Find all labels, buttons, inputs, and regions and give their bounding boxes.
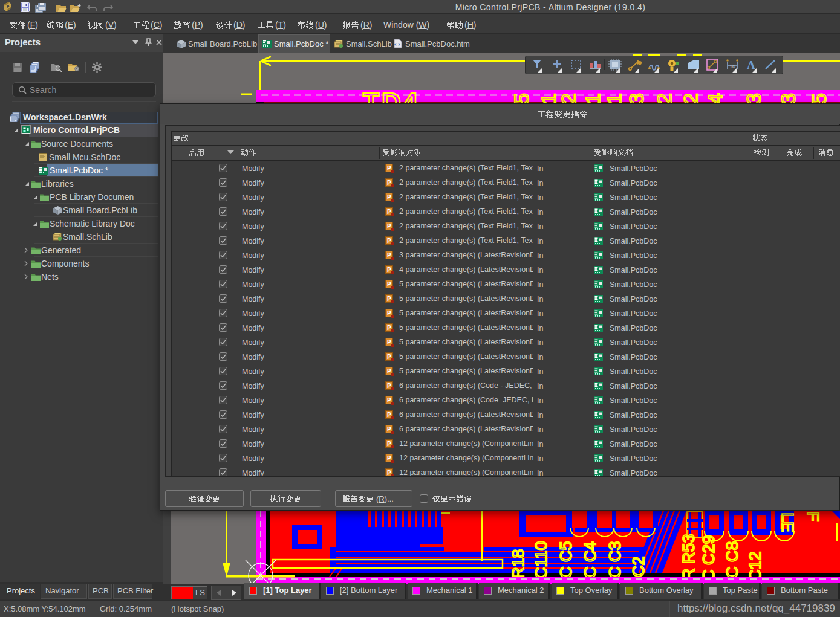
svg-text:C C3: C C3 xyxy=(606,541,624,578)
svg-text:1: 1 xyxy=(602,93,625,103)
svg-text:P: P xyxy=(387,339,391,346)
svg-text:5: 5 xyxy=(807,93,830,103)
svg-text:2: 2 xyxy=(653,93,676,103)
svg-text:A: A xyxy=(747,59,755,71)
svg-text:4: 4 xyxy=(703,93,726,103)
svg-text:P: P xyxy=(387,208,391,215)
svg-text:P: P xyxy=(387,237,391,244)
svg-text:P: P xyxy=(387,426,391,433)
svg-text:P: P xyxy=(387,296,391,302)
svg-text:C2: C2 xyxy=(630,556,648,577)
svg-text:C C4: C C4 xyxy=(581,541,599,578)
svg-text:P: P xyxy=(387,368,391,375)
svg-text:R R53: R R53 xyxy=(680,534,698,580)
svg-text:3: 3 xyxy=(742,93,765,103)
svg-text:2: 2 xyxy=(679,93,702,103)
svg-text:P: P xyxy=(387,179,391,186)
svg-text:P: P xyxy=(387,223,391,230)
svg-text:C C29: C C29 xyxy=(700,535,718,581)
svg-text:P: P xyxy=(387,165,391,172)
svg-text:P: P xyxy=(387,194,391,201)
svg-text:P: P xyxy=(387,252,391,259)
svg-text:3: 3 xyxy=(777,93,799,103)
svg-text:C110: C110 xyxy=(532,541,550,579)
svg-text:P: P xyxy=(387,470,391,476)
svg-text:P: P xyxy=(387,310,391,317)
svg-text:LE: LE xyxy=(778,512,796,532)
svg-text:P: P xyxy=(387,325,391,331)
svg-text:C C8: C C8 xyxy=(723,541,741,578)
svg-text:TD4: TD4 xyxy=(363,88,420,103)
svg-text:P: P xyxy=(387,412,391,418)
svg-text:F: F xyxy=(804,511,822,522)
svg-text:3: 3 xyxy=(625,93,648,103)
svg-text:5: 5 xyxy=(510,93,533,103)
svg-text:2: 2 xyxy=(557,93,580,103)
svg-text:C C5: C C5 xyxy=(557,541,575,578)
svg-text:P: P xyxy=(387,267,391,273)
svg-text:P: P xyxy=(387,397,391,404)
svg-text:P: P xyxy=(387,383,391,389)
svg-text:P: P xyxy=(387,354,391,360)
svg-text:10: 10 xyxy=(729,63,735,69)
svg-text:P: P xyxy=(387,441,391,447)
svg-text:1: 1 xyxy=(581,93,604,103)
svg-text:P: P xyxy=(387,281,391,288)
svg-text:R18: R18 xyxy=(509,549,527,579)
svg-text:P: P xyxy=(387,455,391,462)
